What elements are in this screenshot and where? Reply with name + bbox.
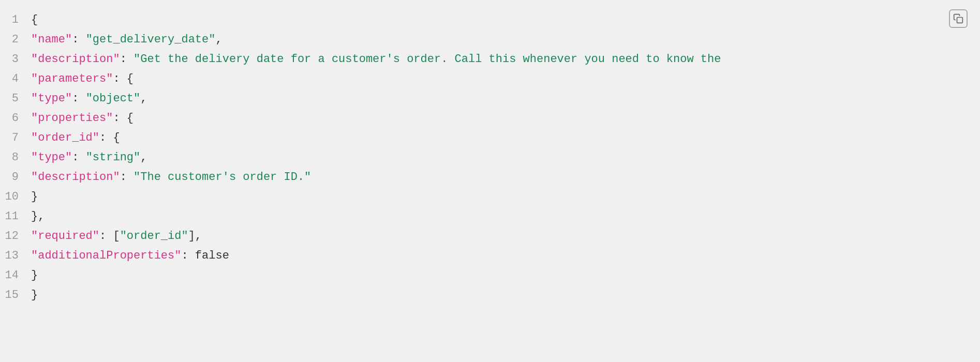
line-number: 13 <box>0 246 31 266</box>
token-key: "additionalProperties" <box>31 249 181 262</box>
svg-rect-0 <box>957 18 963 23</box>
line-number: 9 <box>0 168 31 187</box>
token-plain: : [ <box>99 230 120 243</box>
line-number: 2 <box>0 30 31 50</box>
token-plain: ], <box>188 230 202 243</box>
line-content: "required": ["order_id"], <box>31 227 202 246</box>
code-line: 6 "properties": { <box>0 109 980 128</box>
token-plain: : false <box>181 249 229 262</box>
code-line: 12 "required": ["order_id"], <box>0 227 980 246</box>
token-key: "type" <box>31 92 72 105</box>
token-key: "description" <box>31 171 120 184</box>
token-string-value: "The customer's order ID." <box>133 171 311 184</box>
line-content: "type": "object", <box>31 89 147 109</box>
code-line: 7 "order_id": { <box>0 128 980 148</box>
token-key: "order_id" <box>31 131 99 144</box>
token-plain: }, <box>31 210 44 223</box>
token-key: "name" <box>31 33 72 46</box>
token-plain: : { <box>99 131 120 144</box>
token-plain: : <box>72 151 85 164</box>
line-number: 3 <box>0 50 31 69</box>
code-line: 11 }, <box>0 207 980 227</box>
line-content: } <box>31 285 38 305</box>
line-number: 15 <box>0 285 31 305</box>
token-plain: , <box>140 151 147 164</box>
token-plain: , <box>140 92 147 105</box>
line-number: 12 <box>0 227 31 246</box>
token-plain: } <box>31 190 38 203</box>
code-line: 10 } <box>0 187 980 207</box>
code-line: 3 "description": "Get the delivery date … <box>0 50 980 69</box>
token-key: "required" <box>31 230 99 243</box>
code-line: 15} <box>0 285 980 305</box>
token-plain: : <box>120 171 133 184</box>
line-content: "description": "The customer's order ID.… <box>31 168 311 187</box>
token-plain: : { <box>113 72 133 85</box>
code-editor: 1{2 "name": "get_delivery_date",3 "descr… <box>0 0 980 362</box>
token-plain: { <box>31 13 38 26</box>
line-content: { <box>31 10 38 30</box>
token-string-value: "string" <box>86 151 141 164</box>
line-content: "description": "Get the delivery date fo… <box>31 50 721 69</box>
code-line: 4 "parameters": { <box>0 69 980 89</box>
token-plain: : <box>72 92 85 105</box>
line-number: 8 <box>0 148 31 168</box>
line-number: 4 <box>0 69 31 89</box>
token-key: "type" <box>31 151 72 164</box>
line-number: 11 <box>0 207 31 227</box>
token-string-value: "object" <box>86 92 141 105</box>
code-line: 14 } <box>0 266 980 285</box>
line-number: 5 <box>0 89 31 109</box>
line-content: } <box>31 266 38 285</box>
line-content: "properties": { <box>31 109 133 128</box>
token-key: "properties" <box>31 112 113 125</box>
line-number: 1 <box>0 10 31 30</box>
token-plain: : { <box>113 112 133 125</box>
line-content: "type": "string", <box>31 148 147 168</box>
token-plain: } <box>31 269 38 282</box>
token-string-value: "order_id" <box>120 230 188 243</box>
token-string-value: "Get the delivery date for a customer's … <box>133 53 721 66</box>
line-number: 14 <box>0 266 31 285</box>
line-content: "additionalProperties": false <box>31 246 229 266</box>
token-plain: } <box>31 289 38 301</box>
token-key: "parameters" <box>31 72 113 85</box>
token-string-value: "get_delivery_date" <box>86 33 216 46</box>
code-line: 13 "additionalProperties": false <box>0 246 980 266</box>
token-plain: , <box>215 33 222 46</box>
code-line: 1{ <box>0 10 980 30</box>
code-lines: 1{2 "name": "get_delivery_date",3 "descr… <box>0 10 980 305</box>
code-line: 2 "name": "get_delivery_date", <box>0 30 980 50</box>
code-line: 9 "description": "The customer's order I… <box>0 168 980 187</box>
token-key: "description" <box>31 53 120 66</box>
line-content: "name": "get_delivery_date", <box>31 30 222 50</box>
line-number: 6 <box>0 109 31 128</box>
line-number: 10 <box>0 187 31 207</box>
token-plain: : <box>72 33 85 46</box>
line-content: } <box>31 187 38 207</box>
line-content: "parameters": { <box>31 69 133 89</box>
code-line: 5 "type": "object", <box>0 89 980 109</box>
line-number: 7 <box>0 128 31 148</box>
code-line: 8 "type": "string", <box>0 148 980 168</box>
line-content: "order_id": { <box>31 128 120 148</box>
line-content: }, <box>31 207 44 227</box>
copy-button[interactable] <box>949 9 968 28</box>
token-plain: : <box>120 53 133 66</box>
